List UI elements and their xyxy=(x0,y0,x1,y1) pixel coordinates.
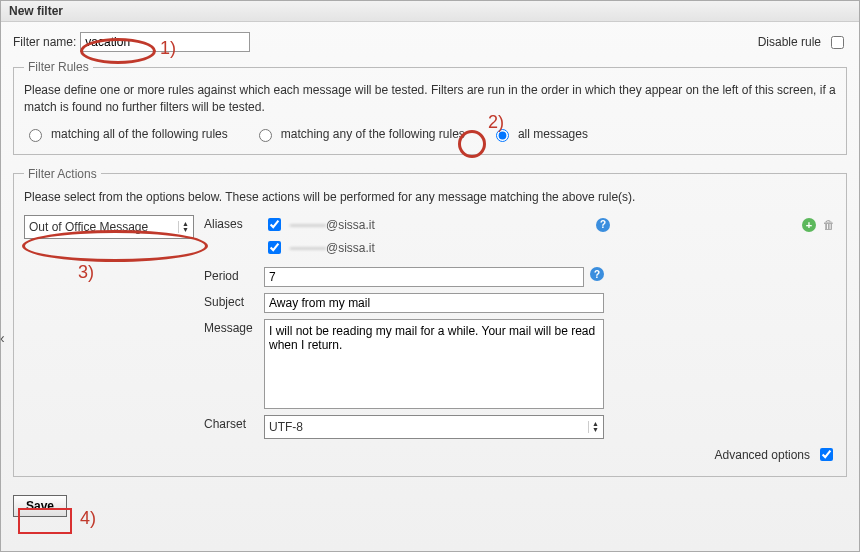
filter-name-input[interactable] xyxy=(80,32,250,52)
alias-row: ———@sissa.it ? + 🗑 xyxy=(264,215,836,234)
action-type-select[interactable]: Out of Office Message ▲▼ xyxy=(24,215,194,239)
rules-radio-all[interactable]: matching all of the following rules xyxy=(24,126,228,142)
advanced-options-label: Advanced options xyxy=(715,448,810,462)
rules-radio-any-label: matching any of the following rules xyxy=(281,127,465,141)
save-button[interactable]: Save xyxy=(13,495,67,517)
action-type-value: Out of Office Message xyxy=(29,220,148,234)
period-input[interactable] xyxy=(264,267,584,287)
alias-address: @sissa.it xyxy=(326,241,375,255)
disable-rule-checkbox[interactable] xyxy=(831,36,844,49)
alias-row: ———@sissa.it xyxy=(264,238,836,257)
filter-name-label: Filter name: xyxy=(13,35,76,49)
actions-body: Out of Office Message ▲▼ Aliases ———@sis… xyxy=(24,215,836,464)
charset-value: UTF-8 xyxy=(269,420,303,434)
charset-label: Charset xyxy=(204,415,264,431)
period-label: Period xyxy=(204,267,264,283)
add-icon[interactable]: + xyxy=(802,218,816,232)
rules-radio-allmsg-input[interactable] xyxy=(496,129,509,142)
filter-rules-help: Please define one or more rules against … xyxy=(24,82,836,116)
message-textarea[interactable] xyxy=(264,319,604,409)
rules-radio-row: matching all of the following rules matc… xyxy=(24,126,836,142)
filter-rules-legend: Filter Rules xyxy=(24,60,93,74)
window-content: Filter name: Disable rule Filter Rules P… xyxy=(1,22,859,527)
subject-input[interactable] xyxy=(264,293,604,313)
filter-rules-fieldset: Filter Rules Please define one or more r… xyxy=(13,60,847,155)
charset-select[interactable]: UTF-8 ▲▼ xyxy=(264,415,604,439)
help-icon[interactable]: ? xyxy=(596,218,610,232)
rules-radio-allmsg[interactable]: all messages xyxy=(491,126,588,142)
disable-rule-label: Disable rule xyxy=(758,35,821,49)
filter-actions-help: Please select from the options below. Th… xyxy=(24,189,836,206)
rules-radio-any[interactable]: matching any of the following rules xyxy=(254,126,465,142)
window-title: New filter xyxy=(1,1,859,22)
trash-icon[interactable]: 🗑 xyxy=(822,218,836,232)
rules-radio-all-label: matching all of the following rules xyxy=(51,127,228,141)
alias-address: @sissa.it xyxy=(326,218,375,232)
left-caret-icon: ‹ xyxy=(0,330,5,346)
alias-checkbox[interactable] xyxy=(268,218,281,231)
select-stepper-icon: ▲▼ xyxy=(178,221,189,233)
alias-checkbox[interactable] xyxy=(268,241,281,254)
help-icon[interactable]: ? xyxy=(590,267,604,281)
advanced-options-checkbox[interactable] xyxy=(820,448,833,461)
filter-actions-legend: Filter Actions xyxy=(24,167,101,181)
message-label: Message xyxy=(204,319,264,335)
rules-radio-all-input[interactable] xyxy=(29,129,42,142)
filter-name-row: Filter name: Disable rule xyxy=(13,32,847,52)
filter-actions-fieldset: Filter Actions Please select from the op… xyxy=(13,167,847,478)
rules-radio-allmsg-label: all messages xyxy=(518,127,588,141)
filter-window: New filter Filter name: Disable rule Fil… xyxy=(0,0,860,552)
aliases-label: Aliases xyxy=(204,215,264,231)
rules-radio-any-input[interactable] xyxy=(259,129,272,142)
select-stepper-icon: ▲▼ xyxy=(588,421,599,433)
action-form: Aliases ———@sissa.it ? + 🗑 xyxy=(204,215,836,464)
subject-label: Subject xyxy=(204,293,264,309)
